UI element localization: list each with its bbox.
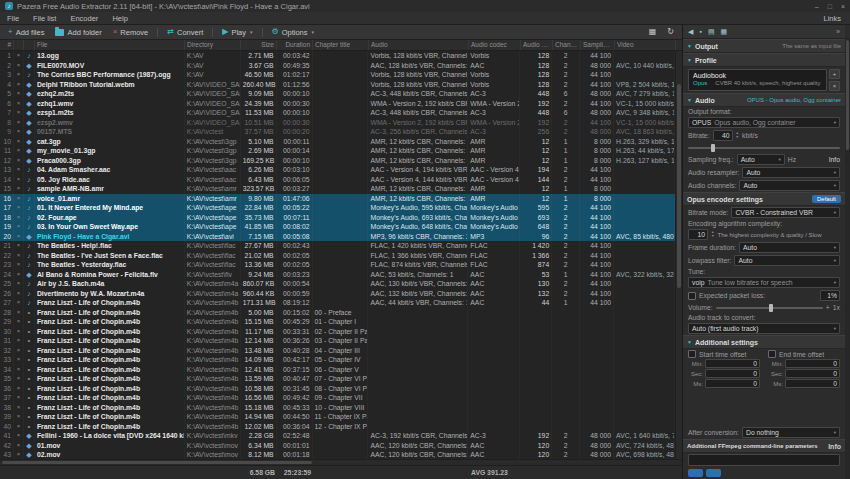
view-columns-button[interactable]: ▦ xyxy=(644,27,662,37)
table-row[interactable]: 42×◆01.movK:\AV\vctest\mov6.34 MB00:01:0… xyxy=(0,441,675,451)
bitrate-stepper[interactable]: ▲▼ xyxy=(736,132,739,139)
table-row[interactable]: 36×•Franz Liszt - Life of Chopin.m4bK:\A… xyxy=(0,384,675,394)
table-row[interactable]: 1×♪13.oggK:\AV2.71 MB00:03:42Vorbis, 128… xyxy=(0,51,675,61)
start-ms-input[interactable]: 0 xyxy=(705,379,760,388)
refresh-button[interactable]: ↻ xyxy=(662,27,679,37)
tune-select[interactable]: voip Tune low bitrates for speech ▾ xyxy=(688,277,840,288)
end-ms-input[interactable]: 0 xyxy=(785,379,840,388)
column-header-audio[interactable]: Audio xyxy=(369,40,469,50)
section-profile[interactable]: ▼ Profile xyxy=(683,53,845,67)
end-offset-checkbox[interactable] xyxy=(768,350,776,358)
presets-icon[interactable]: ▤ xyxy=(708,28,715,36)
table-row[interactable]: 24×◆Al Bano & Romina Power - Felicita.fl… xyxy=(0,270,675,280)
audio-track-select[interactable]: Auto (first audio track) ▾ xyxy=(688,323,840,334)
section-additional-settings[interactable]: ▼ Additional settings xyxy=(683,335,845,349)
scrollbar-thumb[interactable] xyxy=(2,461,312,464)
packet-loss-checkbox[interactable] xyxy=(688,292,696,300)
bitrate-mode-select[interactable]: CVBR - Constrained VBR ▾ xyxy=(731,207,840,218)
add-files-button[interactable]: + Add files xyxy=(3,27,49,38)
start-sec-input[interactable]: 0 xyxy=(705,369,760,378)
minimize-button[interactable]: – xyxy=(815,3,819,10)
profile-select[interactable]: Audiobook Opus CVBR 40 kbit/s, speech, h… xyxy=(688,69,827,91)
bitrate-input[interactable]: 40 xyxy=(713,130,733,141)
table-row[interactable]: 31×•Franz Liszt - Life of Chopin.m4bK:\A… xyxy=(0,336,675,346)
table-row[interactable]: 38×•Franz Liszt - Life of Chopin.m4bK:\A… xyxy=(0,403,675,413)
ffmpeg-preset-chip[interactable] xyxy=(688,469,703,477)
table-row[interactable]: 21×♪The Beatles - Help!.flacK:\AV\vctest… xyxy=(0,241,675,251)
default-button[interactable]: Default xyxy=(812,195,841,203)
column-header-chapter[interactable]: Chapter title xyxy=(313,40,369,50)
slider-thumb[interactable] xyxy=(769,304,773,312)
table-row[interactable]: 6×◆ezhq1.wmvK:\AV\VIDEO_SAMPLES24.39 MB0… xyxy=(0,99,675,109)
table-row[interactable]: 20×◆Pink Floyd - Have a Cigar.aviK:\AV\v… xyxy=(0,232,675,242)
column-header-codec[interactable]: Audio codec xyxy=(469,40,521,50)
column-header-sr[interactable]: Sampling freq. xyxy=(581,40,615,50)
volume-slider[interactable] xyxy=(716,307,823,309)
ffmpeg-info-link[interactable]: Info xyxy=(828,443,841,450)
play-button[interactable]: ▶ Play ▾ xyxy=(217,27,257,38)
table-row[interactable]: 3×♪The Corries BBC Performance (1987).og… xyxy=(0,70,675,80)
table-row[interactable]: 5×◆ezhq2.m2tsK:\AV\VIDEO_SAMPLES9.09 MB0… xyxy=(0,89,675,99)
scrollbar-thumb[interactable] xyxy=(846,40,849,150)
scrollbar-thumb[interactable] xyxy=(677,84,681,288)
volume-plus-icon[interactable]: + xyxy=(826,304,830,311)
table-row[interactable]: 22×♪The Beatles - I've Just Seen a Face.… xyxy=(0,251,675,261)
table-row[interactable]: 25×♪Air by J.S. Bach.m4aK:\AV\vctest\m4a… xyxy=(0,279,675,289)
column-header-st[interactable] xyxy=(14,40,24,50)
start-min-input[interactable]: 0 xyxy=(705,359,760,368)
table-row[interactable]: 33×•Franz Liszt - Life of Chopin.m4bK:\A… xyxy=(0,355,675,365)
table-row[interactable]: 16×♪voice_01.amrK:\AV\vctest\amr9.80 MB0… xyxy=(0,194,675,204)
packet-loss-input[interactable]: 1% xyxy=(820,290,840,301)
collapse-panel-icon[interactable]: ◀ xyxy=(688,28,693,36)
sampling-info-link[interactable]: Info xyxy=(829,156,840,163)
add-folder-button[interactable]: Add folder xyxy=(50,27,106,38)
table-row[interactable]: 32×•Franz Liszt - Life of Chopin.m4bK:\A… xyxy=(0,346,675,356)
delete-profile-button[interactable]: × xyxy=(829,81,840,91)
column-header-dur[interactable]: Duration xyxy=(277,40,313,50)
output-format-select[interactable]: OPUS Opus audio, Ogg container ▾ xyxy=(688,117,840,128)
table-row[interactable]: 19×♪03. In Your Own Sweet Way.apeK:\AV\v… xyxy=(0,222,675,232)
table-row[interactable]: 26×♪Divertimento by W.A. Mozart.m4aK:\AV… xyxy=(0,289,675,299)
table-row[interactable]: 41×◆Fellini - 1960 - La dolce vita [DVD … xyxy=(0,431,675,441)
remove-button[interactable]: × Remove xyxy=(108,27,154,38)
menu-links[interactable]: Links xyxy=(814,14,850,23)
column-header-dir[interactable]: Directory xyxy=(185,40,241,50)
table-row[interactable]: 23×♪The Beatles - Yesterday.flacK:\AV\vc… xyxy=(0,260,675,270)
slider-thumb[interactable] xyxy=(711,144,715,152)
end-min-input[interactable]: 0 xyxy=(785,359,840,368)
table-row[interactable]: 15×♪sample AMR-NB.amrK:\AV\vctest\amr323… xyxy=(0,184,675,194)
table-row[interactable]: 10×◆cat.3gpK:\AV\vctest\3gp5.10 MB00:00:… xyxy=(0,137,675,147)
horizontal-scrollbar[interactable] xyxy=(0,459,682,465)
complexity-input[interactable]: 10 xyxy=(688,229,708,240)
column-header-ic[interactable] xyxy=(24,40,35,50)
ffmpeg-params-input[interactable] xyxy=(688,454,840,466)
table-row[interactable]: 11×◆my_movie_01.3gpK:\AV\vctest\3gp2.69 … xyxy=(0,146,675,156)
table-row[interactable]: 34×•Franz Liszt - Life of Chopin.m4bK:\A… xyxy=(0,365,675,375)
audio-channels-select[interactable]: Auto ▾ xyxy=(739,180,840,191)
vertical-scrollbar[interactable] xyxy=(675,51,682,459)
table-row[interactable]: 12×◆Praca000.3gpK:\AV\vctest\3gp169.25 K… xyxy=(0,156,675,166)
after-conversion-select[interactable]: Do nothing ▾ xyxy=(742,427,840,438)
table-row[interactable]: 8×◆ezsp2.wmvK:\AV\VIDEO_SAMPLES10.51 MB0… xyxy=(0,118,675,128)
table-row[interactable]: 28×•Franz Liszt - Life of Chopin.m4bK:\A… xyxy=(0,308,675,318)
column-header-size[interactable]: Size xyxy=(241,40,277,50)
table-row[interactable]: 40×•Franz Liszt - Life of Chopin.m4bK:\A… xyxy=(0,422,675,432)
panel-scrollbar[interactable] xyxy=(845,38,850,479)
table-row[interactable]: 13×♪04. Adam Smasher.aacK:\AV\vctest\aac… xyxy=(0,165,675,175)
menu-help[interactable]: Help xyxy=(105,14,134,23)
convert-button[interactable]: ⇄ Convert xyxy=(162,27,208,38)
table-row[interactable]: 43×◆02.movK:\AV\vctest\mov8.12 MB00:01:1… xyxy=(0,450,675,459)
end-sec-input[interactable]: 0 xyxy=(785,369,840,378)
resampler-select[interactable]: Auto ▾ xyxy=(742,167,840,178)
maximize-button[interactable]: □ xyxy=(828,3,832,10)
column-header-name[interactable]: File xyxy=(35,40,185,50)
table-row[interactable]: 35×•Franz Liszt - Life of Chopin.m4bK:\A… xyxy=(0,374,675,384)
table-row[interactable]: 27×♪Franz Liszt - Life of Chopin.m4bK:\A… xyxy=(0,298,675,308)
complexity-stepper[interactable]: ▲▼ xyxy=(711,231,714,238)
column-header-abr[interactable]: Audio bitrate xyxy=(521,40,553,50)
pin-icon[interactable]: ▪ xyxy=(699,28,701,35)
table-row[interactable]: 9×◆00157.MTSK:\AV\vctest37.57 MB00:00:20… xyxy=(0,127,675,137)
table-row[interactable]: 29×•Franz Liszt - Life of Chopin.m4bK:\A… xyxy=(0,317,675,327)
ffmpeg-preset-chip[interactable] xyxy=(706,469,721,477)
options-button[interactable]: ⚙ Options ▾ xyxy=(267,27,320,38)
